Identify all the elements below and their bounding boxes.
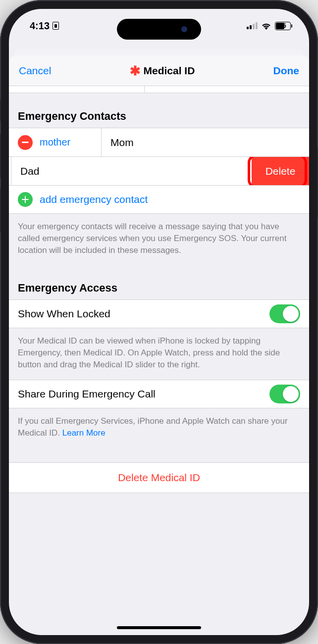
page-title: ✱ Medical ID [130,64,195,77]
contacts-footer-text: Your emergency contacts will receive a m… [9,214,309,265]
status-time: 4:13 [30,20,50,32]
separator [11,157,11,185]
screen: 4:13 55 Cancel ✱ Medical ID Done [9,9,309,635]
share-during-call-label: Share During Emergency Call [18,388,156,400]
add-icon[interactable] [18,192,33,207]
home-indicator[interactable] [117,626,201,629]
contact-name: Mom [110,137,134,149]
cellular-signal-icon [247,22,258,29]
volume-up-button [0,134,1,178]
prev-section-edge [9,86,309,93]
id-card-icon [53,22,59,30]
learn-more-link[interactable]: Learn More [62,428,106,438]
separator [101,128,102,156]
battery-icon: 55 [275,22,292,30]
emergency-access-header: Emergency Access [9,265,309,299]
share-during-call-toggle[interactable] [269,385,300,403]
show-when-locked-label: Show When Locked [18,308,110,320]
page-title-text: Medical ID [144,65,195,77]
relationship-label[interactable]: mother [40,137,101,148]
contact-row-mom[interactable]: mother Mom [9,128,309,156]
emergency-contacts-list: mother Mom er Dad Delete add emergency c [9,128,309,214]
contact-row-dad[interactable]: er Dad Delete [9,156,309,185]
delete-contact-button[interactable]: Delete [252,157,309,185]
add-contact-label[interactable]: add emergency contact [40,194,148,205]
medical-star-icon: ✱ [130,64,141,77]
wifi-icon [261,22,271,30]
phone-frame: 4:13 55 Cancel ✱ Medical ID Done [0,0,318,644]
locked-footer-text: Your Medical ID can be viewed when iPhon… [9,328,309,379]
add-contact-row[interactable]: add emergency contact [9,185,309,214]
battery-percent: 55 [279,22,286,29]
show-when-locked-row: Show When Locked [9,299,309,328]
contact-name: Dad [20,165,250,177]
done-button[interactable]: Done [273,65,300,77]
delete-medical-id-button[interactable]: Delete Medical ID [9,462,309,493]
cancel-button[interactable]: Cancel [19,65,51,77]
side-button [0,99,1,121]
volume-down-button [0,188,1,233]
show-when-locked-toggle[interactable] [269,304,300,323]
share-during-call-row: Share During Emergency Call [9,380,309,408]
share-footer-body: If you call Emergency Services, iPhone a… [18,416,288,438]
nav-header: Cancel ✱ Medical ID Done [9,55,309,86]
emergency-contacts-header: Emergency Contacts [9,93,309,128]
dynamic-island [117,19,201,40]
share-footer-text: If you call Emergency Services, iPhone a… [9,408,309,448]
remove-contact-button[interactable] [18,135,33,150]
